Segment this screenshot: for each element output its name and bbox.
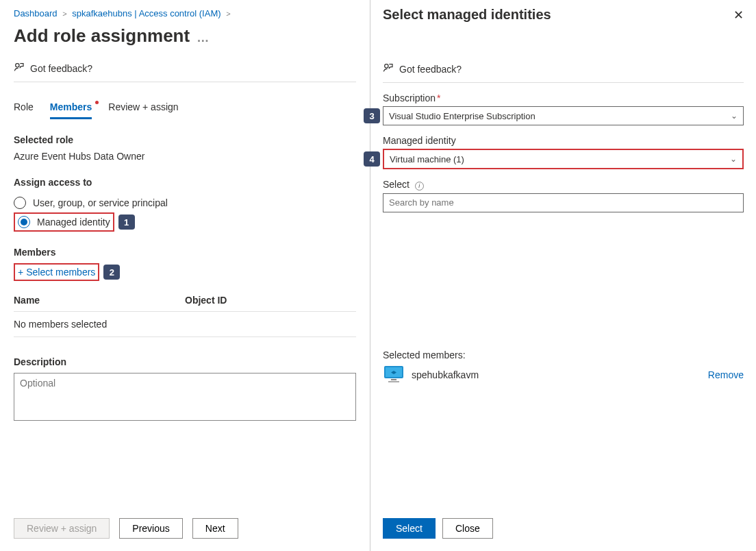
svg-point-0 xyxy=(16,64,19,67)
radio-label: Managed identity xyxy=(37,217,110,228)
feedback-icon xyxy=(383,62,394,75)
radio-managed-identity[interactable]: Managed identity xyxy=(18,216,110,228)
close-button[interactable]: Close xyxy=(442,518,493,539)
members-table-header: Name Object ID xyxy=(14,289,356,312)
next-button[interactable]: Next xyxy=(192,518,238,539)
vm-icon xyxy=(383,365,405,386)
close-icon[interactable]: ✕ xyxy=(733,8,744,23)
breadcrumb: Dashboard > spkafkaehubns | Access contr… xyxy=(14,7,356,21)
feedback-icon xyxy=(14,62,25,75)
remove-member-link[interactable]: Remove xyxy=(708,369,744,380)
breadcrumb-dashboard[interactable]: Dashboard xyxy=(14,8,58,19)
tab-members[interactable]: Members xyxy=(50,99,92,119)
members-empty-row: No members selected xyxy=(14,312,356,337)
svg-point-1 xyxy=(385,64,388,68)
info-icon[interactable]: i xyxy=(415,182,424,191)
plus-icon: + xyxy=(18,267,23,278)
tab-review-assign[interactable]: Review + assign xyxy=(108,99,178,119)
description-input[interactable] xyxy=(14,373,356,421)
select-button[interactable]: Select xyxy=(383,518,436,539)
col-object-id: Object ID xyxy=(185,295,356,306)
chevron-right-icon: > xyxy=(62,10,66,18)
select-members-link[interactable]: + Select members xyxy=(18,267,95,278)
chevron-down-icon: ⌄ xyxy=(730,154,737,164)
divider xyxy=(14,82,356,82)
chevron-down-icon: ⌄ xyxy=(731,111,738,121)
subscription-dropdown[interactable]: Visual Studio Enterprise Subscription ⌄ xyxy=(383,106,744,125)
more-icon[interactable]: … xyxy=(197,31,209,45)
callout-2: 2 xyxy=(103,265,120,280)
member-name: spehubkafkavm xyxy=(412,369,479,380)
chevron-right-icon: > xyxy=(226,10,230,18)
review-assign-button[interactable]: Review + assign xyxy=(14,518,110,539)
radio-label: User, group, or service principal xyxy=(33,197,168,208)
managed-identity-dropdown[interactable]: Virtual machine (1) ⌄ xyxy=(383,149,744,169)
panel-title: Select managed identities xyxy=(383,7,551,23)
breadcrumb-iam[interactable]: spkafkaehubns | Access control (IAM) xyxy=(72,8,220,19)
feedback-label: Got feedback? xyxy=(30,63,92,74)
svg-rect-6 xyxy=(388,381,399,382)
feedback-label: Got feedback? xyxy=(399,64,462,75)
radio-icon xyxy=(14,197,26,209)
subscription-label: Subscription* xyxy=(383,93,744,103)
selected-role-label: Selected role xyxy=(14,134,356,145)
selected-members-label: Selected members: xyxy=(383,350,744,360)
assign-access-label: Assign access to xyxy=(14,177,356,188)
svg-rect-5 xyxy=(391,379,396,380)
description-label: Description xyxy=(14,356,356,367)
callout-3: 3 xyxy=(364,108,380,123)
page-title: Add role assignment… xyxy=(14,25,356,47)
panel-got-feedback-link[interactable]: Got feedback? xyxy=(383,62,744,75)
select-search-input[interactable] xyxy=(383,193,744,212)
previous-button[interactable]: Previous xyxy=(119,518,182,539)
callout-4: 4 xyxy=(364,151,380,167)
radio-checked-icon xyxy=(18,216,30,228)
got-feedback-link[interactable]: Got feedback? xyxy=(14,62,356,75)
members-label: Members xyxy=(14,247,356,258)
selected-member-row: spehubkafkavm Remove xyxy=(383,360,744,390)
radio-user-group-sp[interactable]: User, group, or service principal xyxy=(14,193,356,212)
tab-role[interactable]: Role xyxy=(14,99,34,119)
tabs: Role Members Review + assign xyxy=(14,93,356,119)
col-name: Name xyxy=(14,295,185,306)
selected-role-value: Azure Event Hubs Data Owner xyxy=(14,151,356,162)
select-label: Select i xyxy=(383,179,744,191)
callout-1: 1 xyxy=(118,215,135,230)
managed-identity-label: Managed identity xyxy=(383,135,744,146)
divider xyxy=(383,82,744,83)
